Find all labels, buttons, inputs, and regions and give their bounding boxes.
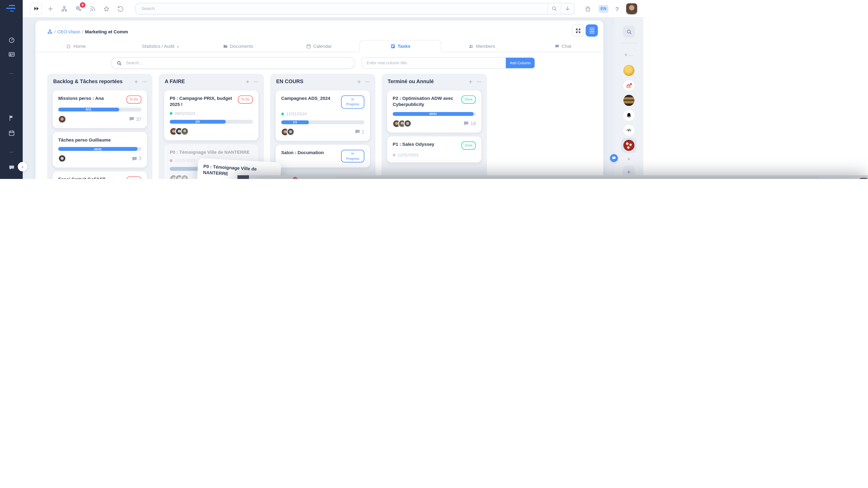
card-status-badge: To Do <box>238 95 253 104</box>
task-card[interactable]: P2 : Optimisation ADW avec Cyberpublicit… <box>387 90 482 132</box>
channel-item[interactable] <box>623 95 634 106</box>
column-menu-icon[interactable] <box>365 79 370 84</box>
kanban-column: Terminé ou AnnuléP2 : Optimisation ADW a… <box>382 74 487 179</box>
channel-item[interactable] <box>623 110 634 121</box>
task-card[interactable]: Salon : DocumationIn Progress <box>276 145 370 168</box>
overlay-window: undefinedundefined 9EN? Workflow: Docume… <box>237 175 868 179</box>
tab-members[interactable]: Members <box>441 40 522 52</box>
global-search[interactable] <box>135 3 575 14</box>
expand-board-button[interactable] <box>572 24 584 37</box>
chat-notification-icon[interactable] <box>610 154 618 162</box>
card-comment-count[interactable]: 1 <box>354 129 365 135</box>
collapse-channels-chevron[interactable]: ∨ ... <box>624 53 633 57</box>
history-icon[interactable] <box>117 5 124 12</box>
task-card[interactable]: Missions perso : AnaTo Do8/1137 <box>53 90 147 128</box>
tab-home[interactable]: Home <box>36 40 117 52</box>
sidebar-item-workspaces-globe-icon[interactable]: undefined <box>0 85 23 92</box>
add-card-icon[interactable] <box>468 79 473 84</box>
app-menu-icon[interactable] <box>6 5 16 13</box>
card-status-badge: To Do <box>126 177 142 179</box>
card-comment-count[interactable]: 37 <box>129 116 142 122</box>
tab-documents[interactable]: Documents <box>197 40 278 52</box>
sitemap-icon[interactable] <box>61 5 68 12</box>
user-avatar[interactable] <box>626 3 637 14</box>
column-title: A FAIRE <box>165 79 242 84</box>
card-status-badge: In Progress <box>341 95 364 109</box>
card-search-input[interactable] <box>125 60 349 66</box>
language-switcher[interactable]: EN <box>598 5 609 12</box>
card-progress-bar: 8/11 <box>58 108 141 112</box>
sidebar-item-ellipsis-icon[interactable] <box>0 150 23 155</box>
chat-search-button[interactable] <box>623 25 635 38</box>
breadcrumb: / CEO-Vision / Marketing et Comm <box>47 29 128 34</box>
card-search[interactable] <box>111 57 355 69</box>
sidebar-item-calendar-icon[interactable] <box>0 130 23 136</box>
avatar <box>58 155 66 163</box>
tab-tasks[interactable]: Tasks <box>359 40 441 52</box>
card-assignees <box>393 120 409 127</box>
help-icon[interactable]: ? <box>615 5 619 12</box>
card-comment-count[interactable]: 3 <box>131 156 142 162</box>
channel-item[interactable]: -VI· <box>623 125 634 136</box>
sidebar-item-flag-icon[interactable] <box>0 115 23 122</box>
sitemap-icon <box>47 29 53 34</box>
add-card-icon[interactable] <box>245 79 250 84</box>
tab-statistics-audit[interactable]: undefinedStatistics / Audit∨ <box>117 40 197 52</box>
channel-item[interactable] <box>623 65 634 76</box>
card-assignees <box>58 155 64 163</box>
card-title: Essai Gratuit GoFAST <box>58 177 123 179</box>
board-menu-button[interactable] <box>586 24 598 37</box>
task-card[interactable]: Essai Gratuit GoFASTTo Do <box>53 172 147 179</box>
star-icon[interactable] <box>103 5 110 12</box>
card-progress-bar: 40/42 <box>58 147 141 151</box>
add-card-icon[interactable] <box>356 79 362 84</box>
task-card[interactable]: P1 : Sales OdysseyDone12/31/2023 <box>387 136 482 162</box>
column-menu-icon[interactable] <box>253 79 259 84</box>
workflow-gears-icon[interactable]: 9 <box>75 5 82 12</box>
channel-pizza-selected[interactable] <box>621 138 637 153</box>
add-icon[interactable] <box>47 5 54 12</box>
card-assignees <box>170 175 186 179</box>
download-icon[interactable] <box>561 3 574 14</box>
kanban-column: EN COURSCampagnes ADS_2024In Progress12/… <box>270 74 375 179</box>
task-card[interactable]: Tâches perso Guillaume40/423 <box>53 132 147 168</box>
card-title: Missions perso : Ana <box>58 95 123 102</box>
avatar <box>287 128 294 135</box>
column-menu-icon[interactable] <box>476 79 482 84</box>
sidebar-expand-handle[interactable]: › <box>18 162 27 171</box>
task-card[interactable]: Campagnes ADS_2024In Progress12/31/20241… <box>276 90 370 141</box>
panel-actions <box>572 24 598 37</box>
sidebar-item-ellipsis-icon[interactable] <box>0 71 23 76</box>
sidebar-item-dashboard-icon[interactable] <box>0 37 23 43</box>
column-title: EN COURS <box>276 79 353 84</box>
new-column-input[interactable] <box>362 58 506 68</box>
card-comment-count[interactable]: 18 <box>463 121 476 127</box>
card-progress-bar: 30/31 <box>393 112 476 116</box>
tab-calendar[interactable]: Calendar <box>278 40 359 52</box>
search-icon[interactable] <box>547 3 561 14</box>
global-search-input[interactable] <box>136 6 547 11</box>
column-menu-icon[interactable] <box>142 79 147 84</box>
notification-badge: 9 <box>80 2 85 8</box>
rss-icon[interactable] <box>89 5 96 12</box>
card-title: Campagnes ADS_2024 <box>281 95 338 102</box>
sidebar-item-search-plus-icon[interactable]: undefined <box>0 100 23 106</box>
home-icon <box>66 43 71 49</box>
fast-forward-button[interactable] <box>30 2 42 14</box>
channel-vi-logo-icon: -VI· <box>623 125 634 136</box>
channel-item[interactable] <box>623 80 634 91</box>
breadcrumb-workspace[interactable]: CEO-Vision <box>57 29 81 34</box>
add-column-button[interactable]: Add Column <box>506 58 535 68</box>
card-status-badge: Done <box>461 141 476 150</box>
new-column-group: Add Column <box>362 57 535 69</box>
expand-users-chevron[interactable]: ∨ <box>627 157 630 161</box>
calendar-icon <box>306 43 311 49</box>
card-due-date: 09/02/2024 <box>170 111 253 116</box>
add-card-icon[interactable] <box>133 79 139 84</box>
task-card[interactable]: P0 : Campagne PRIX, budget 2025 !To Do09… <box>164 90 258 140</box>
basket-icon[interactable] <box>584 5 591 12</box>
card-assignees <box>170 127 186 135</box>
sidebar-item-forms-icon[interactable] <box>0 51 23 58</box>
tab-chat[interactable]: Chat <box>522 40 603 52</box>
chat-icon <box>555 43 560 49</box>
